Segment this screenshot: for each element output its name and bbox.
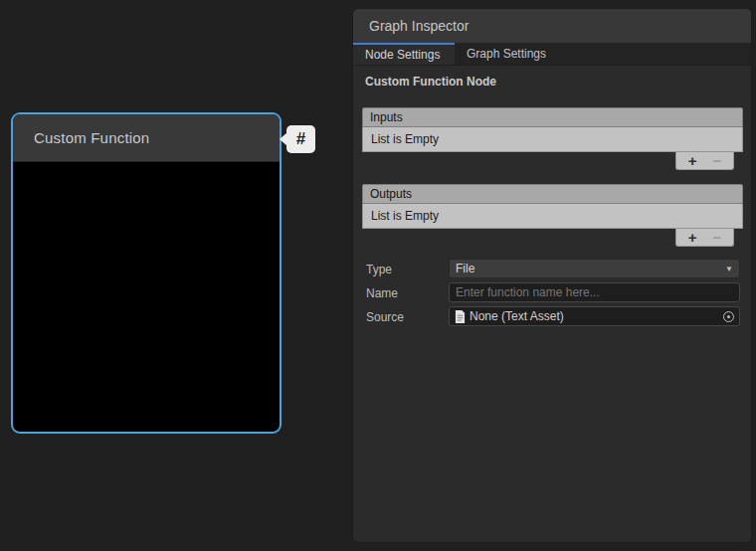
inputs-list-empty-label: List is Empty (371, 132, 439, 146)
inputs-list-footer: + − (675, 152, 734, 170)
inspector-title: Graph Inspector (369, 18, 469, 34)
object-picker-dot (727, 315, 730, 318)
hash-icon: # (296, 129, 305, 149)
type-dropdown[interactable]: File ▼ (449, 259, 740, 278)
inspector-header[interactable]: Graph Inspector (353, 9, 751, 43)
type-label: Type (366, 263, 392, 276)
tab-graph-settings-label: Graph Settings (467, 47, 546, 61)
type-dropdown-value: File (456, 262, 725, 276)
inputs-add-button[interactable]: + (688, 153, 697, 168)
outputs-list-header: Outputs (362, 184, 743, 204)
name-field-wrapper (449, 282, 740, 302)
node-title: Custom Function (34, 129, 149, 146)
source-label: Source (366, 310, 404, 324)
outputs-remove-button[interactable]: − (713, 230, 722, 245)
outputs-list-empty-row: List is Empty (362, 204, 743, 229)
tab-node-settings[interactable]: Node Settings (353, 43, 455, 65)
node-title-bar[interactable]: Custom Function (13, 114, 280, 162)
source-object-value: None (Text Asset) (470, 309, 719, 323)
custom-function-node[interactable]: Custom Function (11, 112, 282, 434)
tab-node-settings-label: Node Settings (365, 48, 440, 62)
node-settings-heading: Custom Function Node (365, 75, 496, 89)
inputs-list-title: Inputs (370, 110, 403, 124)
inputs-remove-button[interactable]: − (713, 153, 722, 168)
hash-badge-button[interactable]: # (286, 125, 315, 153)
inputs-list: Inputs List is Empty + − (362, 107, 743, 171)
outputs-add-button[interactable]: + (688, 230, 697, 245)
inputs-list-empty-row: List is Empty (362, 127, 743, 152)
outputs-list-title: Outputs (370, 187, 412, 201)
text-asset-icon (455, 310, 466, 323)
outputs-list-footer: + − (675, 229, 734, 247)
name-input[interactable] (450, 283, 739, 301)
object-picker-icon[interactable] (723, 311, 734, 322)
tab-strip: Node Settings Graph Settings (353, 43, 751, 66)
chevron-down-icon: ▼ (725, 265, 733, 274)
name-label: Name (366, 286, 398, 300)
source-object-field[interactable]: None (Text Asset) (449, 306, 740, 326)
graph-inspector-panel: Graph Inspector Node Settings Graph Sett… (352, 8, 752, 543)
outputs-list: Outputs List is Empty + − (362, 184, 743, 248)
inputs-list-header: Inputs (362, 107, 743, 127)
outputs-list-empty-label: List is Empty (371, 209, 439, 223)
tab-graph-settings[interactable]: Graph Settings (455, 43, 558, 65)
